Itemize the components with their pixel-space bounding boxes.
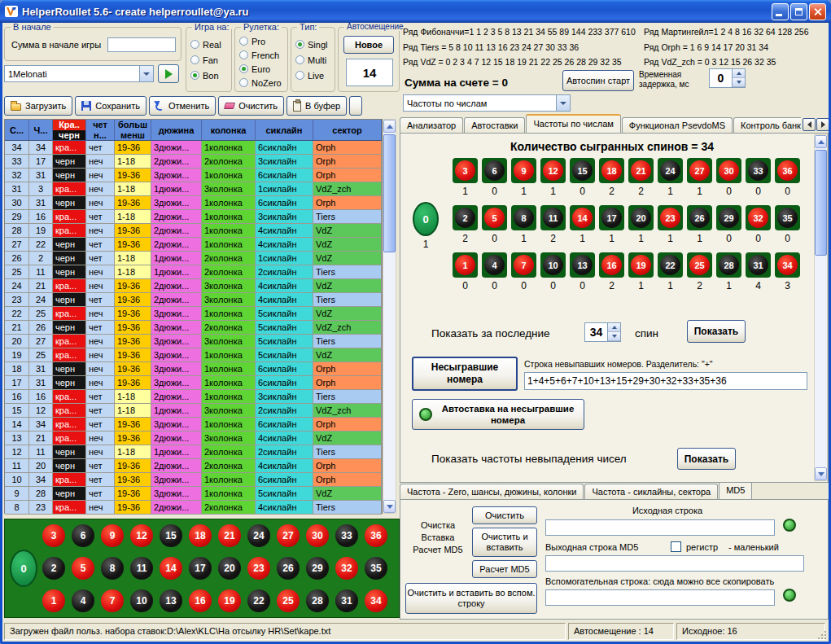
- board-number-12[interactable]: 12: [130, 524, 153, 547]
- table-row[interactable]: 2126чернчет19-363дюжи...2колонка5сиклайн…: [5, 321, 382, 335]
- show-last-button[interactable]: Показать: [687, 320, 746, 343]
- col-header-color[interactable]: Кра..черн: [53, 120, 86, 141]
- number-tile-12[interactable]: 12: [540, 158, 566, 183]
- board-number-25[interactable]: 25: [277, 589, 300, 612]
- start-sum-input[interactable]: [107, 37, 176, 52]
- undo-button[interactable]: Отменить: [149, 96, 216, 116]
- mode-combo[interactable]: Частоты по числам: [403, 94, 571, 112]
- maximize-button[interactable]: [790, 3, 807, 20]
- scroll-down-icon[interactable]: [383, 500, 396, 513]
- table-row[interactable]: 1211черннеч1-181дюжи...2колонка2сиклайнT…: [5, 445, 382, 459]
- table-row[interactable]: 1034кра...чет19-363дюжи...1колонка6сикла…: [5, 473, 382, 487]
- radio-option-Bon[interactable]: Bon: [190, 68, 221, 83]
- number-tile-1[interactable]: 1: [453, 252, 478, 278]
- board-number-8[interactable]: 8: [101, 557, 124, 580]
- number-tile-13[interactable]: 13: [570, 252, 595, 278]
- tab-Анализатор[interactable]: Анализатор: [400, 117, 463, 133]
- md5-clear-paste-helper-button[interactable]: Очистить и вставить во вспом. строку: [405, 583, 537, 614]
- dropdown-arrow-icon[interactable]: [139, 66, 153, 81]
- number-tile-33[interactable]: 33: [746, 158, 771, 183]
- md5-helper-led-icon[interactable]: [783, 589, 796, 602]
- table-row[interactable]: 2722чернчет19-362дюжи...1колонка4сиклайн…: [5, 238, 382, 252]
- zero-tile[interactable]: 0: [413, 202, 439, 236]
- scroll-up-icon[interactable]: [383, 120, 396, 133]
- delay-up-icon[interactable]: [733, 69, 745, 78]
- board-number-10[interactable]: 10: [130, 589, 153, 612]
- board-number-31[interactable]: 31: [335, 589, 358, 612]
- number-tile-21[interactable]: 21: [628, 158, 654, 183]
- board-number-26[interactable]: 26: [277, 557, 300, 580]
- number-tile-20[interactable]: 20: [628, 205, 654, 230]
- md5-clear-button[interactable]: Очистить: [472, 506, 537, 524]
- board-number-33[interactable]: 33: [335, 524, 358, 547]
- buffer-button[interactable]: В буфер: [286, 96, 347, 116]
- board-number-1[interactable]: 1: [42, 589, 65, 612]
- tab-MD5[interactable]: MD5: [719, 483, 752, 499]
- radio-option-NoZero[interactable]: NoZero: [239, 76, 282, 90]
- save-button[interactable]: Сохранить: [75, 96, 147, 116]
- table-row[interactable]: 3231черннеч19-363дюжи...1колонка6сиклайн…: [5, 169, 382, 182]
- freq-missing-button[interactable]: Показать: [677, 448, 736, 470]
- radio-option-French[interactable]: French: [239, 48, 282, 62]
- col-header-number[interactable]: Ч...: [29, 120, 53, 141]
- table-row[interactable]: 2225кра...неч19-363дюжи...1колонка5сикла…: [5, 307, 382, 321]
- table-row[interactable]: 1731черннеч19-363дюжи...1колонка6сиклайн…: [5, 376, 382, 390]
- board-number-34[interactable]: 34: [365, 589, 387, 612]
- minimize-button[interactable]: [772, 3, 789, 20]
- board-number-3[interactable]: 3: [42, 524, 65, 547]
- preset-combo[interactable]: 1Melonati: [4, 65, 154, 82]
- md5-source-led-icon[interactable]: [783, 519, 796, 532]
- table-row[interactable]: 2421кра...неч19-362дюжи...3колонка4сикла…: [5, 279, 382, 293]
- spins-up-icon[interactable]: [608, 323, 620, 332]
- board-number-5[interactable]: 5: [72, 557, 94, 580]
- clear-button[interactable]: Очистить: [218, 96, 284, 116]
- md5-clear-paste-button[interactable]: Очистить и вставить: [472, 528, 537, 557]
- collapse-button[interactable]: [349, 96, 362, 116]
- table-row[interactable]: 2324чернчет19-362дюжи...3колонка4сиклайн…: [5, 293, 382, 307]
- board-number-4[interactable]: 4: [72, 589, 94, 612]
- radio-option-Euro[interactable]: Euro: [239, 62, 282, 76]
- board-number-7[interactable]: 7: [101, 589, 124, 612]
- table-row[interactable]: 1925кра...неч19-363дюжи...1колонка5сикла…: [5, 348, 382, 362]
- play-button[interactable]: [158, 64, 179, 83]
- table-row[interactable]: 1616кра...чет1-182дюжи...1колонка3сиклай…: [5, 390, 382, 404]
- md5-helper-input[interactable]: [545, 589, 775, 606]
- close-button[interactable]: [809, 3, 826, 20]
- register-checkbox[interactable]: [671, 541, 681, 552]
- number-tile-11[interactable]: 11: [540, 205, 566, 230]
- tab-Частота - Zero, шансы, дюжины, колонки[interactable]: Частота - Zero, шансы, дюжины, колонки: [400, 484, 584, 499]
- tab-Функционал PsevdoMS[interactable]: Функционал PsevdoMS: [622, 117, 733, 133]
- autospin-start-button[interactable]: Автоспин старт: [562, 70, 634, 91]
- board-number-11[interactable]: 11: [130, 557, 153, 580]
- number-tile-15[interactable]: 15: [570, 158, 595, 183]
- number-tile-30[interactable]: 30: [716, 158, 741, 183]
- table-row[interactable]: 1120чернчет19-362дюжи...2колонка4сиклайн…: [5, 459, 382, 473]
- number-tile-19[interactable]: 19: [628, 252, 654, 278]
- radio-option-Real[interactable]: Real: [190, 37, 221, 52]
- board-number-14[interactable]: 14: [160, 557, 182, 580]
- delay-down-icon[interactable]: [733, 78, 745, 87]
- table-row[interactable]: 823кра...неч19-362дюжи...2колонка4сиклай…: [5, 501, 382, 515]
- board-number-22[interactable]: 22: [247, 589, 270, 612]
- title-bar[interactable]: HelperRoullet 5.6- create helperroullet@…: [0, 0, 831, 23]
- board-number-21[interactable]: 21: [218, 524, 241, 547]
- col-header-column[interactable]: колонка: [202, 120, 256, 141]
- board-number-15[interactable]: 15: [160, 524, 182, 547]
- radio-option-Pro[interactable]: Pro: [239, 34, 282, 48]
- board-number-19[interactable]: 19: [218, 589, 241, 612]
- number-tile-9[interactable]: 9: [511, 158, 536, 183]
- table-row[interactable]: 1831черннеч19-363дюжи...1колонка6сиклайн…: [5, 362, 382, 376]
- md5-source-input[interactable]: [545, 519, 775, 536]
- radio-option-Fan[interactable]: Fan: [190, 52, 221, 68]
- board-number-27[interactable]: 27: [277, 524, 300, 547]
- number-tile-17[interactable]: 17: [599, 205, 624, 230]
- table-scrollbar[interactable]: [383, 119, 396, 514]
- table-scrollbar-thumb[interactable]: [383, 134, 396, 252]
- tab-scroll-right-icon[interactable]: [816, 118, 829, 131]
- number-tile-5[interactable]: 5: [482, 205, 507, 230]
- mode-dropdown-arrow-icon[interactable]: [556, 95, 570, 111]
- number-tile-23[interactable]: 23: [658, 205, 683, 230]
- new-button[interactable]: Новое: [343, 36, 394, 54]
- missed-numbers-button[interactable]: Несыгравшие номера: [412, 357, 518, 391]
- tab-Частота - сиклайны, сектора[interactable]: Частота - сиклайны, сектора: [584, 484, 718, 499]
